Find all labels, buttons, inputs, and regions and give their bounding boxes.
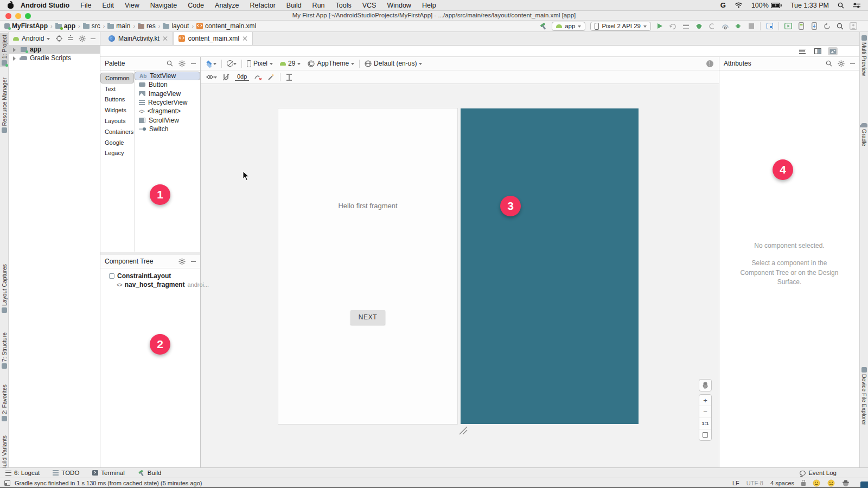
- encoding-indicator[interactable]: UTF-8: [746, 480, 763, 486]
- menu-view[interactable]: View: [119, 2, 145, 9]
- avd-manager-icon[interactable]: [797, 22, 805, 30]
- zoom-out-button[interactable]: −: [699, 406, 711, 418]
- google-menubar-icon[interactable]: G: [720, 1, 726, 9]
- locale-select[interactable]: Default (en-us): [365, 60, 422, 67]
- menu-analyze[interactable]: Analyze: [209, 2, 244, 9]
- menu-vcs[interactable]: VCS: [357, 2, 382, 9]
- collapse-all-icon[interactable]: [67, 35, 74, 42]
- run-button[interactable]: [656, 22, 664, 30]
- sync-project-icon[interactable]: [823, 22, 831, 30]
- happy-feedback-icon[interactable]: [813, 479, 820, 487]
- menu-help[interactable]: Help: [417, 2, 442, 9]
- search-everywhere-icon[interactable]: [836, 22, 844, 30]
- event-log-button[interactable]: Event Log: [800, 470, 837, 476]
- api-version-select[interactable]: 29: [280, 60, 301, 67]
- device-select[interactable]: Pixel: [247, 60, 273, 67]
- hello-fragment-textview[interactable]: Hello first fragment: [278, 202, 457, 210]
- issue-warning-icon[interactable]: [706, 60, 713, 67]
- orientation-select[interactable]: [227, 60, 237, 67]
- autoconnect-magnet-icon[interactable]: [222, 74, 229, 81]
- incognito-icon[interactable]: [842, 479, 850, 487]
- view-options-select[interactable]: [206, 74, 217, 80]
- expand-arrow-icon[interactable]: [13, 48, 18, 52]
- zoom-in-button[interactable]: +: [699, 395, 711, 406]
- profiler-icon[interactable]: [721, 22, 729, 30]
- breadcrumb-main[interactable]: main: [107, 22, 130, 30]
- tool-window-todo[interactable]: TODO: [53, 470, 79, 476]
- theme-select[interactable]: AppTheme: [308, 60, 354, 67]
- breadcrumb-layout[interactable]: layout: [163, 22, 189, 30]
- locate-file-icon[interactable]: [56, 35, 62, 42]
- menu-refactor[interactable]: Refactor: [245, 2, 281, 9]
- line-ending-indicator[interactable]: LF: [732, 480, 739, 486]
- tool-window-terminal[interactable]: Terminal: [92, 470, 124, 476]
- tree-item-constraintlayout[interactable]: ConstraintLayout: [100, 272, 200, 280]
- palette-item-textview[interactable]: AbTextView: [135, 72, 200, 80]
- palette-item-recyclerview[interactable]: RecyclerView: [135, 98, 200, 107]
- target-device-select[interactable]: Pixel 2 API 29: [590, 22, 651, 31]
- expand-arrow-icon[interactable]: [13, 56, 18, 61]
- design-view-sheet[interactable]: Hello first fragment NEXT: [278, 108, 457, 424]
- sad-feedback-icon[interactable]: [827, 479, 835, 487]
- breadcrumb-app[interactable]: app: [55, 22, 75, 30]
- breadcrumb-res[interactable]: res: [138, 22, 156, 30]
- project-tree-item-gradle-scripts[interactable]: Gradle Scripts: [9, 54, 100, 62]
- tab-content-main[interactable]: content_main.xml: [173, 31, 253, 45]
- palette-category-common[interactable]: Common: [100, 73, 134, 84]
- infer-constraints-button[interactable]: [267, 74, 275, 81]
- palette-category-containers[interactable]: Containers: [100, 126, 134, 137]
- clear-constraints-button[interactable]: [254, 74, 262, 80]
- gear-icon[interactable]: [838, 60, 845, 67]
- device-manager-icon[interactable]: [765, 22, 774, 30]
- battery-indicator[interactable]: 100%: [751, 2, 782, 9]
- tool-window-project[interactable]: 1: Project: [0, 33, 8, 67]
- apple-icon[interactable]: [8, 2, 14, 9]
- tool-window-build[interactable]: Build: [138, 470, 162, 477]
- menu-build[interactable]: Build: [281, 2, 307, 9]
- tool-window-logcat[interactable]: 6: Logcat: [5, 470, 40, 476]
- palette-category-google[interactable]: Google: [100, 137, 134, 148]
- palette-item-switch[interactable]: Switch: [135, 125, 200, 133]
- breadcrumb-project[interactable]: MyFirstApp: [4, 22, 48, 30]
- run-configuration-select[interactable]: app: [552, 22, 585, 31]
- pack-align-select[interactable]: [286, 74, 292, 81]
- menubar-clock[interactable]: Tue 1:33 PM: [790, 2, 829, 9]
- tool-window-device-file-explorer[interactable]: Device File Explorer: [860, 367, 868, 425]
- close-tab-icon[interactable]: [242, 36, 247, 41]
- build-hammer-icon[interactable]: [540, 23, 547, 30]
- profile-button[interactable]: [708, 22, 716, 30]
- gear-icon[interactable]: [178, 60, 186, 67]
- canvas-resize-handle[interactable]: [458, 426, 468, 435]
- design-surface-select[interactable]: [206, 60, 216, 67]
- run-tasks-icon[interactable]: [682, 22, 690, 30]
- menu-file[interactable]: File: [75, 2, 97, 9]
- menu-code[interactable]: Code: [182, 2, 209, 9]
- next-button-widget[interactable]: NEXT: [350, 310, 385, 325]
- palette-item-fragment[interactable]: <><fragment>: [135, 107, 200, 115]
- zoom-actual-button[interactable]: 1:1: [699, 418, 711, 429]
- menu-app-name[interactable]: Android Studio: [14, 2, 75, 9]
- hide-panel-icon[interactable]: [850, 63, 855, 64]
- palette-category-legacy[interactable]: Legacy: [100, 148, 134, 159]
- hide-panel-icon[interactable]: [191, 261, 196, 262]
- menu-run[interactable]: Run: [307, 2, 330, 9]
- debug-button[interactable]: [695, 22, 703, 30]
- tool-window-favorites[interactable]: 2: Favorites: [0, 384, 8, 421]
- sdk-manager-icon[interactable]: [810, 22, 818, 30]
- blueprint-view-sheet[interactable]: [461, 108, 639, 424]
- wifi-icon[interactable]: [735, 2, 743, 8]
- readonly-lock-icon[interactable]: [801, 482, 806, 486]
- control-center-icon[interactable]: [853, 3, 860, 8]
- palette-category-layouts[interactable]: Layouts: [100, 115, 134, 126]
- design-surface[interactable]: Hello first fragment NEXT + − 1:1: [201, 84, 719, 467]
- tool-window-layout-captures[interactable]: Layout Captures: [0, 264, 8, 313]
- menu-edit[interactable]: Edit: [97, 2, 119, 9]
- split-view-button[interactable]: [813, 47, 822, 55]
- palette-category-text[interactable]: Text: [100, 84, 134, 94]
- menu-window[interactable]: Window: [381, 2, 416, 9]
- zoom-to-fit-button[interactable]: [699, 429, 711, 440]
- code-view-button[interactable]: [797, 47, 807, 55]
- stop-button[interactable]: [747, 22, 755, 30]
- palette-item-button[interactable]: Button: [135, 80, 200, 89]
- palette-category-buttons[interactable]: Buttons: [100, 94, 134, 105]
